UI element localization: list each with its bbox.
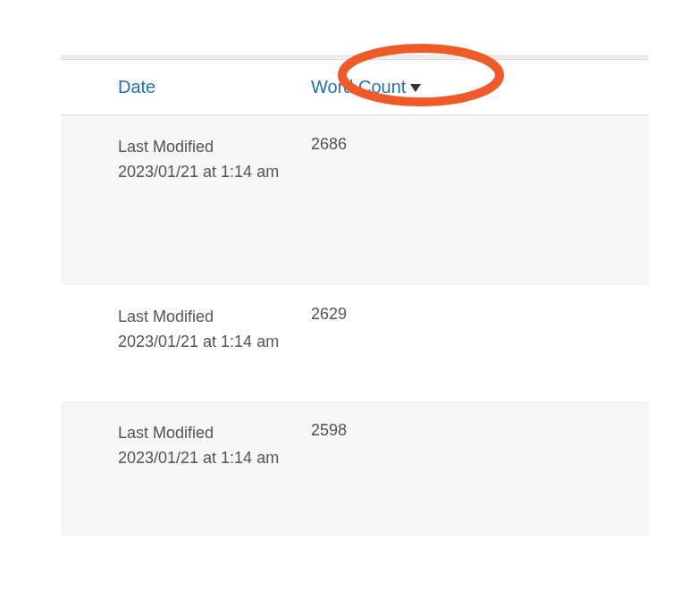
sort-desc-icon [409,82,422,93]
table-row: Last Modified 2023/01/21 at 1:14 am 2598 [61,401,649,536]
modified-value: 2023/01/21 at 1:14 am [118,330,311,355]
table-container: Date Word Count Last Modified 2023/01/21… [61,55,649,536]
modified-label: Last Modified [118,135,311,160]
modified-label: Last Modified [118,421,311,446]
cell-wordcount: 2598 [311,421,561,516]
table-header-row: Date Word Count [61,60,649,115]
column-header-wordcount-label: Word Count [311,77,406,97]
modified-value: 2023/01/21 at 1:14 am [118,160,311,185]
cell-date: Last Modified 2023/01/21 at 1:14 am [61,135,311,266]
wordcount-value: 2686 [311,135,561,154]
table-row: Last Modified 2023/01/21 at 1:14 am 2629 [61,285,649,401]
cell-date: Last Modified 2023/01/21 at 1:14 am [61,305,311,382]
modified-label: Last Modified [118,305,311,330]
svg-marker-0 [410,84,421,92]
table-row: Last Modified 2023/01/21 at 1:14 am 2686 [61,115,649,285]
column-header-wordcount[interactable]: Word Count [311,77,422,97]
cell-wordcount: 2629 [311,305,561,382]
cell-wordcount: 2686 [311,135,561,266]
column-header-date[interactable]: Date [118,77,155,97]
cell-date: Last Modified 2023/01/21 at 1:14 am [61,421,311,516]
wordcount-value: 2598 [311,421,561,440]
modified-value: 2023/01/21 at 1:14 am [118,446,311,471]
wordcount-value: 2629 [311,305,561,324]
